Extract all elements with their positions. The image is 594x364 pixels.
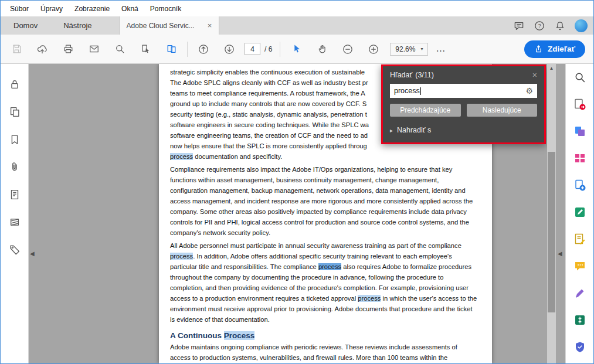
plus-circle-icon bbox=[368, 43, 379, 55]
document-viewer: strategic simplicity enables the continu… bbox=[29, 64, 547, 363]
fill-sign-icon bbox=[573, 232, 587, 246]
menu-file[interactable]: Súbor bbox=[4, 1, 35, 16]
tab-home[interactable]: Domov bbox=[1, 16, 50, 35]
find-input[interactable]: process ⚙ bbox=[390, 84, 537, 98]
export-pdf-button[interactable] bbox=[572, 97, 587, 111]
menu-view[interactable]: Zobrazenie bbox=[69, 1, 116, 16]
page-pointer-icon bbox=[140, 43, 151, 55]
edit-pdf-button[interactable] bbox=[572, 205, 587, 219]
avatar bbox=[575, 19, 588, 32]
help-icon: ? bbox=[534, 20, 545, 32]
attachments-button[interactable] bbox=[7, 159, 22, 175]
certificates-button[interactable] bbox=[572, 285, 587, 300]
export-pdf-icon bbox=[573, 97, 587, 111]
speech-bubble-icon bbox=[513, 20, 525, 32]
find-panel: Hľadať (3/11) × process ⚙ Predchádzajúce… bbox=[381, 64, 546, 144]
pointer-icon bbox=[291, 43, 302, 55]
notes-panel-button[interactable] bbox=[7, 187, 22, 202]
search-icon bbox=[573, 71, 586, 84]
hand-tool-button[interactable] bbox=[309, 39, 335, 60]
svg-text:?: ? bbox=[538, 23, 541, 29]
next-match-button[interactable]: Nasledujúce bbox=[467, 104, 538, 117]
next-page-button[interactable] bbox=[216, 39, 242, 60]
zoom-level-dropdown[interactable]: 92.6% ▾ bbox=[390, 43, 428, 56]
acrobat-window: Súbor Úpravy Zobrazenie Okná Pomocník Do… bbox=[0, 0, 594, 364]
share-icon bbox=[534, 45, 543, 53]
scrollbar-up-arrow[interactable]: ▲ bbox=[547, 64, 556, 73]
page-number-input[interactable] bbox=[245, 43, 260, 55]
zoom-level-value: 92.6% bbox=[395, 45, 415, 53]
page-thumbnails-button[interactable] bbox=[7, 104, 22, 120]
arrow-up-circle-icon bbox=[198, 43, 209, 55]
feedback-button[interactable] bbox=[513, 20, 525, 32]
share-button[interactable]: Zdieľať bbox=[524, 40, 585, 58]
tags-button[interactable] bbox=[7, 242, 22, 257]
zoom-out-button[interactable] bbox=[335, 39, 361, 60]
cloud-upload-button[interactable] bbox=[29, 39, 55, 60]
compress-pdf-button[interactable] bbox=[572, 312, 587, 327]
comment-button[interactable] bbox=[572, 258, 587, 273]
security-settings-button[interactable] bbox=[7, 77, 22, 92]
combine-files-button[interactable] bbox=[572, 124, 587, 138]
tab-close-icon[interactable]: × bbox=[208, 22, 212, 29]
create-pdf-button[interactable] bbox=[572, 178, 587, 192]
text-cursor bbox=[420, 87, 421, 95]
menu-window[interactable]: Okná bbox=[116, 1, 144, 16]
tab-tools[interactable]: Nástroje bbox=[50, 16, 104, 35]
toolbar: / 6 92.6% ▾ ... Zdieľať bbox=[1, 35, 593, 64]
paragraph-reviews: Adobe maintains ongoing compliance with … bbox=[170, 342, 478, 363]
print-icon bbox=[63, 43, 74, 55]
bookmarks-button[interactable] bbox=[7, 132, 22, 147]
document-scrollbar[interactable]: ▲ bbox=[547, 64, 556, 363]
sign-pen-icon bbox=[573, 286, 587, 300]
share-button-label: Zdieľať bbox=[548, 45, 575, 53]
find-query-text: process bbox=[394, 87, 420, 95]
organize-pages-button[interactable] bbox=[572, 151, 587, 165]
previous-match-button[interactable]: Predchádzajúce bbox=[390, 104, 461, 117]
shield-icon bbox=[573, 340, 587, 354]
protect-button[interactable] bbox=[572, 339, 587, 354]
menu-edit[interactable]: Úpravy bbox=[35, 1, 69, 16]
previous-page-button[interactable] bbox=[191, 39, 216, 60]
magnifier-icon bbox=[114, 43, 125, 55]
fill-sign-button[interactable] bbox=[572, 232, 587, 246]
save-icon bbox=[11, 43, 22, 55]
create-pdf-icon bbox=[573, 178, 587, 192]
menu-help[interactable]: Pomocník bbox=[144, 1, 187, 16]
notifications-button[interactable] bbox=[554, 20, 566, 32]
find-buttons-row: Predchádzajúce Nasledujúce bbox=[390, 104, 537, 117]
chevron-right-icon: ▸ bbox=[390, 127, 393, 134]
close-icon[interactable]: × bbox=[532, 71, 537, 79]
touch-select-button[interactable] bbox=[133, 39, 158, 60]
replace-with-expander[interactable]: ▸ Nahradiť s bbox=[390, 126, 431, 134]
page-notes-icon bbox=[8, 188, 21, 201]
find-button[interactable] bbox=[107, 39, 133, 60]
tabbar: Domov Nástroje Adobe Cloud Servic... × ? bbox=[1, 16, 593, 35]
account-button[interactable] bbox=[575, 19, 588, 32]
email-button[interactable] bbox=[81, 39, 107, 60]
save-button[interactable] bbox=[4, 39, 29, 60]
right-panel-collapse-arrow[interactable]: ◀ bbox=[558, 250, 562, 257]
print-button[interactable] bbox=[55, 39, 81, 60]
paragraph-training: All Adobe personnel must participate in … bbox=[170, 240, 478, 325]
menubar: Súbor Úpravy Zobrazenie Okná Pomocník bbox=[1, 1, 593, 16]
search-tools-button[interactable] bbox=[572, 70, 587, 84]
main-area: strategic simplicity enables the continu… bbox=[1, 64, 593, 363]
select-tool-button[interactable] bbox=[283, 39, 309, 60]
model-tree-button[interactable] bbox=[7, 215, 22, 230]
minus-circle-icon bbox=[342, 43, 354, 55]
help-button[interactable]: ? bbox=[534, 20, 545, 32]
left-panel-collapse-arrow[interactable]: ◀ bbox=[30, 250, 35, 257]
gear-icon[interactable]: ⚙ bbox=[525, 87, 533, 95]
left-navigation-rail bbox=[1, 64, 29, 363]
more-tools-button[interactable]: ... bbox=[428, 45, 454, 53]
page-total-label: / 6 bbox=[264, 45, 272, 53]
toolbar-separator bbox=[280, 42, 280, 57]
page-view-button[interactable] bbox=[158, 39, 184, 60]
replace-with-label: Nahradiť s bbox=[397, 126, 431, 134]
toolbar-separator bbox=[187, 42, 188, 57]
scrollbar-thumb[interactable] bbox=[548, 152, 555, 312]
tab-document[interactable]: Adobe Cloud Servic... × bbox=[119, 16, 220, 35]
zoom-in-button[interactable] bbox=[361, 39, 386, 60]
paperclip-icon bbox=[8, 161, 21, 174]
